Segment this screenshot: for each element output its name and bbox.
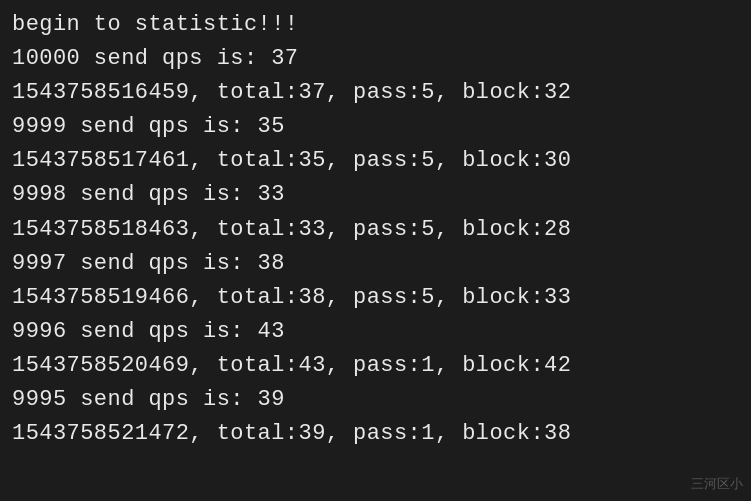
terminal-window: begin to statistic!!!10000 send qps is: … [0, 0, 751, 501]
terminal-line-3: 1543758516459, total:37, pass:5, block:3… [12, 76, 739, 110]
terminal-line-8: 9997 send qps is: 38 [12, 247, 739, 281]
terminal-line-7: 1543758518463, total:33, pass:5, block:2… [12, 213, 739, 247]
terminal-line-12: 9995 send qps is: 39 [12, 383, 739, 417]
terminal-line-9: 1543758519466, total:38, pass:5, block:3… [12, 281, 739, 315]
terminal-line-11: 1543758520469, total:43, pass:1, block:4… [12, 349, 739, 383]
watermark: 三河区小 [691, 475, 743, 493]
terminal-line-6: 9998 send qps is: 33 [12, 178, 739, 212]
terminal-line-10: 9996 send qps is: 43 [12, 315, 739, 349]
terminal-line-5: 1543758517461, total:35, pass:5, block:3… [12, 144, 739, 178]
terminal-line-4: 9999 send qps is: 35 [12, 110, 739, 144]
terminal-line-1: begin to statistic!!! [12, 8, 739, 42]
terminal-line-2: 10000 send qps is: 37 [12, 42, 739, 76]
terminal-line-13: 1543758521472, total:39, pass:1, block:3… [12, 417, 739, 451]
